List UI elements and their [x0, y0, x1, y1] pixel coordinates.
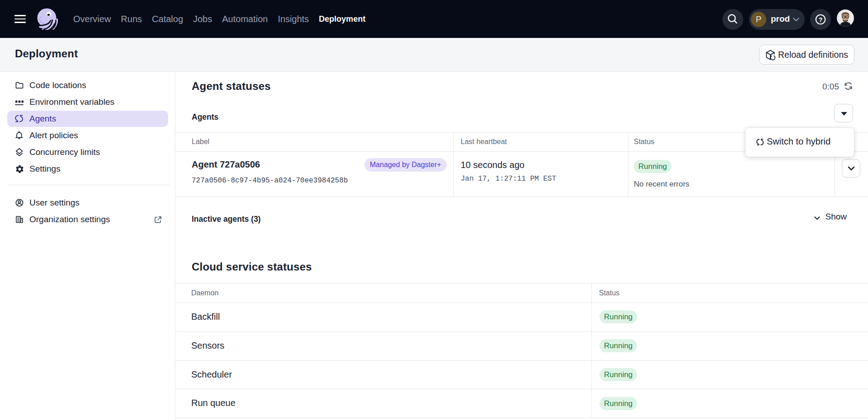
svg-text:?: ? [819, 16, 823, 23]
